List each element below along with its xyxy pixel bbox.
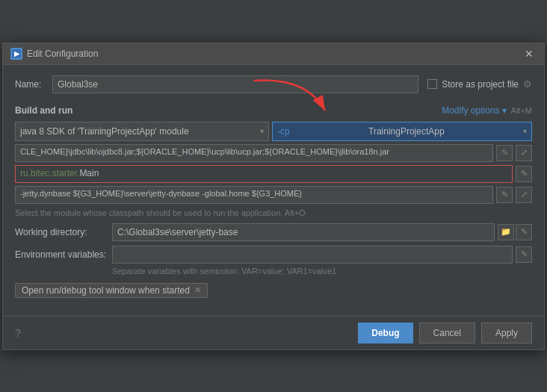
modify-options-button[interactable]: Modify options ▾: [442, 105, 506, 116]
env-edit-btn[interactable]: ✎: [516, 246, 532, 263]
edit-configuration-dialog: ▶ Edit Configuration ✕ Name: Store as pr…: [2, 43, 545, 350]
classpath-edit-btn[interactable]: ✎: [496, 145, 513, 161]
open-window-chip: Open run/debug tool window when started …: [15, 283, 208, 298]
app-icon: ▶: [10, 48, 22, 60]
working-dir-folder-btn[interactable]: 📁: [498, 224, 514, 240]
close-button[interactable]: ✕: [522, 48, 537, 60]
build-run-label: Build and run: [15, 105, 72, 116]
vm-options-input[interactable]: -jetty.dynbase ${G3_HOME}\server\jetty-d…: [15, 186, 493, 204]
dialog-footer: ? Debug Cancel Apply: [3, 316, 544, 349]
env-input[interactable]: [112, 246, 513, 264]
gear-icon[interactable]: ⚙: [523, 78, 532, 90]
env-hint: Separate variables with semicolon: VAR=v…: [112, 267, 532, 276]
chip-close-btn[interactable]: ✕: [194, 285, 201, 295]
vm-options-expand-btn[interactable]: ⤢: [516, 187, 532, 203]
name-label: Name:: [15, 79, 52, 90]
working-dir-input[interactable]: [112, 223, 495, 241]
cp-dropdown-arrow: ▾: [523, 127, 527, 135]
build-run-row: java 8 SDK of 'TrainingProjectApp' modul…: [15, 122, 532, 141]
classpath-expand-btn[interactable]: ⤢: [516, 145, 532, 161]
working-directory-row: Working directory: 📁 ✎: [15, 223, 532, 241]
help-button[interactable]: ?: [15, 327, 21, 339]
chip-row: Open run/debug tool window when started …: [15, 283, 532, 298]
classpath-row: CLE_HOME}\jdbc\lib\ojdbc8.jar;${ORACLE_H…: [15, 144, 532, 162]
vm-options-row: -jetty.dynbase ${G3_HOME}\server\jetty-d…: [15, 186, 532, 204]
chip-label: Open run/debug tool window when started: [22, 285, 190, 296]
dialog-title: Edit Configuration: [27, 49, 98, 59]
cp-prefix: -cp: [277, 126, 290, 137]
classpath-hint: Select the module whose classpath should…: [15, 208, 532, 217]
svg-text:▶: ▶: [14, 50, 20, 57]
title-bar: ▶ Edit Configuration ✕: [3, 43, 544, 65]
debug-button[interactable]: Debug: [358, 323, 412, 343]
name-input[interactable]: [52, 75, 418, 93]
modify-options-shortcut: Alt+M: [511, 106, 532, 115]
main-class-row: ru.bitec.starter.Main ✎: [15, 165, 532, 183]
apply-button[interactable]: Apply: [481, 323, 532, 343]
working-dir-edit-btn[interactable]: ✎: [516, 224, 532, 240]
store-checkbox[interactable]: [427, 79, 437, 89]
sdk-dropdown-arrow: ▾: [260, 127, 264, 135]
sdk-value: java 8 SDK of 'TrainingProjectApp' modul…: [20, 126, 189, 137]
main-class-edit-btn[interactable]: ✎: [516, 166, 532, 182]
working-dir-icons: 📁 ✎: [498, 224, 532, 240]
cancel-button[interactable]: Cancel: [419, 323, 475, 343]
working-dir-label: Working directory:: [15, 227, 112, 237]
modify-options-area: Modify options ▾ Alt+M: [442, 105, 532, 116]
vm-options-edit-btn[interactable]: ✎: [496, 187, 513, 203]
title-bar-left: ▶ Edit Configuration: [10, 48, 98, 60]
store-label: Store as project file: [442, 79, 519, 90]
name-row: Name: Store as project file ⚙: [15, 75, 532, 93]
main-class-value: ru.bitec.starter.Main: [20, 168, 99, 178]
env-row: Environment variables: ✎: [15, 246, 532, 264]
store-right: Store as project file ⚙: [427, 78, 532, 90]
build-run-header: Build and run Modify options ▾ Alt+M: [15, 105, 532, 116]
classpath-input[interactable]: CLE_HOME}\jdbc\lib\ojdbc8.jar;${ORACLE_H…: [15, 144, 493, 162]
env-label: Environment variables:: [15, 249, 112, 260]
cp-value: TrainingProjectApp: [368, 126, 445, 137]
footer-buttons: Debug Cancel Apply: [358, 323, 532, 343]
sdk-dropdown[interactable]: java 8 SDK of 'TrainingProjectApp' modul…: [15, 122, 269, 141]
env-edit-icons: ✎: [516, 246, 532, 263]
dialog-body: Name: Store as project file ⚙ Build and …: [3, 65, 544, 316]
cp-dropdown[interactable]: -cp TrainingProjectApp ▾: [272, 122, 532, 141]
main-class-input[interactable]: ru.bitec.starter.Main: [15, 165, 513, 183]
